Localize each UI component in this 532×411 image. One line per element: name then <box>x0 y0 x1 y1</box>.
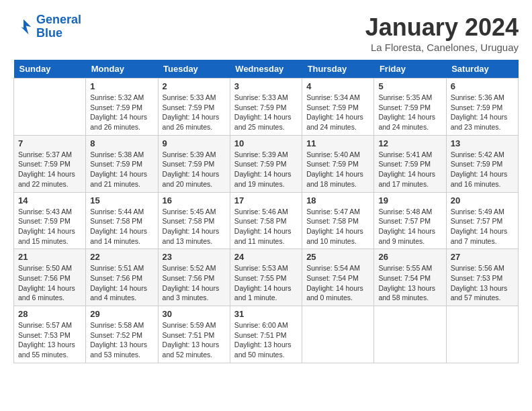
calendar-cell: 25Sunrise: 5:54 AM Sunset: 7:54 PM Dayli… <box>302 249 374 306</box>
day-number: 31 <box>234 309 298 319</box>
day-number: 28 <box>18 309 81 319</box>
calendar-cell: 28Sunrise: 5:57 AM Sunset: 7:53 PM Dayli… <box>14 306 86 363</box>
calendar-cell: 24Sunrise: 5:53 AM Sunset: 7:55 PM Dayli… <box>230 249 302 306</box>
day-number: 13 <box>451 138 514 148</box>
day-number: 30 <box>163 309 226 319</box>
day-info: Sunrise: 5:50 AM Sunset: 7:56 PM Dayligh… <box>18 263 81 303</box>
calendar-cell: 2Sunrise: 5:33 AM Sunset: 7:59 PM Daylig… <box>158 79 230 136</box>
calendar-cell: 31Sunrise: 6:00 AM Sunset: 7:51 PM Dayli… <box>230 306 302 363</box>
calendar-cell: 26Sunrise: 5:55 AM Sunset: 7:54 PM Dayli… <box>374 249 446 306</box>
calendar-week-5: 28Sunrise: 5:57 AM Sunset: 7:53 PM Dayli… <box>14 306 519 363</box>
logo: General Blue <box>13 13 81 40</box>
header-saturday: Saturday <box>446 60 518 79</box>
day-info: Sunrise: 5:40 AM Sunset: 7:59 PM Dayligh… <box>306 150 369 189</box>
day-number: 9 <box>163 138 226 148</box>
header-tuesday: Tuesday <box>158 60 230 79</box>
calendar-cell: 12Sunrise: 5:41 AM Sunset: 7:59 PM Dayli… <box>374 135 446 192</box>
day-number: 24 <box>234 252 298 262</box>
day-number: 8 <box>90 138 153 148</box>
calendar-cell: 3Sunrise: 5:33 AM Sunset: 7:59 PM Daylig… <box>230 79 302 136</box>
day-info: Sunrise: 5:45 AM Sunset: 7:58 PM Dayligh… <box>163 207 226 246</box>
calendar-cell: 17Sunrise: 5:46 AM Sunset: 7:58 PM Dayli… <box>230 192 302 249</box>
calendar-cell: 23Sunrise: 5:52 AM Sunset: 7:56 PM Dayli… <box>158 249 230 306</box>
calendar-cell: 27Sunrise: 5:56 AM Sunset: 7:53 PM Dayli… <box>446 249 518 306</box>
day-info: Sunrise: 5:38 AM Sunset: 7:59 PM Dayligh… <box>90 150 153 189</box>
calendar-cell <box>14 79 86 136</box>
day-info: Sunrise: 5:56 AM Sunset: 7:53 PM Dayligh… <box>451 263 514 303</box>
calendar-cell: 10Sunrise: 5:39 AM Sunset: 7:59 PM Dayli… <box>230 135 302 192</box>
day-info: Sunrise: 5:57 AM Sunset: 7:53 PM Dayligh… <box>18 320 81 360</box>
day-info: Sunrise: 5:59 AM Sunset: 7:51 PM Dayligh… <box>163 320 226 360</box>
day-number: 14 <box>18 195 81 205</box>
day-number: 4 <box>306 81 369 91</box>
day-info: Sunrise: 5:48 AM Sunset: 7:57 PM Dayligh… <box>378 207 441 246</box>
day-info: Sunrise: 5:39 AM Sunset: 7:59 PM Dayligh… <box>163 150 226 189</box>
calendar-cell: 6Sunrise: 5:36 AM Sunset: 7:59 PM Daylig… <box>446 79 518 136</box>
day-number: 26 <box>378 252 441 262</box>
page-header: General Blue January 2024 La Floresta, C… <box>13 13 519 53</box>
calendar-cell: 16Sunrise: 5:45 AM Sunset: 7:58 PM Dayli… <box>158 192 230 249</box>
day-number: 20 <box>451 195 514 205</box>
day-info: Sunrise: 5:32 AM Sunset: 7:59 PM Dayligh… <box>90 93 153 132</box>
calendar-week-1: 1Sunrise: 5:32 AM Sunset: 7:59 PM Daylig… <box>14 79 519 136</box>
day-number: 10 <box>234 138 298 148</box>
day-info: Sunrise: 5:39 AM Sunset: 7:59 PM Dayligh… <box>234 150 298 189</box>
calendar-cell: 15Sunrise: 5:44 AM Sunset: 7:58 PM Dayli… <box>86 192 158 249</box>
day-info: Sunrise: 5:54 AM Sunset: 7:54 PM Dayligh… <box>306 263 369 303</box>
day-number: 16 <box>163 195 226 205</box>
header-friday: Friday <box>374 60 446 79</box>
day-number: 22 <box>90 252 153 262</box>
day-info: Sunrise: 5:47 AM Sunset: 7:58 PM Dayligh… <box>306 207 369 246</box>
calendar-cell <box>374 306 446 363</box>
day-number: 5 <box>378 81 441 91</box>
day-number: 15 <box>90 195 153 205</box>
calendar-table: SundayMondayTuesdayWednesdayThursdayFrid… <box>13 60 519 363</box>
day-info: Sunrise: 5:34 AM Sunset: 7:59 PM Dayligh… <box>306 93 369 132</box>
title-block: January 2024 La Floresta, Canelones, Uru… <box>365 13 519 53</box>
day-info: Sunrise: 5:37 AM Sunset: 7:59 PM Dayligh… <box>18 150 81 189</box>
calendar-week-4: 21Sunrise: 5:50 AM Sunset: 7:56 PM Dayli… <box>14 249 519 306</box>
calendar-cell: 8Sunrise: 5:38 AM Sunset: 7:59 PM Daylig… <box>86 135 158 192</box>
day-number: 11 <box>306 138 369 148</box>
location-subtitle: La Floresta, Canelones, Uruguay <box>365 42 519 53</box>
day-number: 21 <box>18 252 81 262</box>
logo-text: General Blue <box>36 13 81 40</box>
day-info: Sunrise: 6:00 AM Sunset: 7:51 PM Dayligh… <box>234 320 298 360</box>
day-info: Sunrise: 5:41 AM Sunset: 7:59 PM Dayligh… <box>378 150 441 189</box>
day-info: Sunrise: 5:46 AM Sunset: 7:58 PM Dayligh… <box>234 207 298 246</box>
day-number: 3 <box>234 81 298 91</box>
day-number: 17 <box>234 195 298 205</box>
day-number: 27 <box>451 252 514 262</box>
calendar-cell: 30Sunrise: 5:59 AM Sunset: 7:51 PM Dayli… <box>158 306 230 363</box>
day-info: Sunrise: 5:55 AM Sunset: 7:54 PM Dayligh… <box>378 263 441 303</box>
day-info: Sunrise: 5:53 AM Sunset: 7:55 PM Dayligh… <box>234 263 298 303</box>
day-info: Sunrise: 5:52 AM Sunset: 7:56 PM Dayligh… <box>163 263 226 303</box>
calendar-cell: 29Sunrise: 5:58 AM Sunset: 7:52 PM Dayli… <box>86 306 158 363</box>
day-number: 6 <box>451 81 514 91</box>
day-number: 25 <box>306 252 369 262</box>
calendar-cell: 5Sunrise: 5:35 AM Sunset: 7:59 PM Daylig… <box>374 79 446 136</box>
header-sunday: Sunday <box>14 60 86 79</box>
calendar-cell: 11Sunrise: 5:40 AM Sunset: 7:59 PM Dayli… <box>302 135 374 192</box>
calendar-cell: 13Sunrise: 5:42 AM Sunset: 7:59 PM Dayli… <box>446 135 518 192</box>
day-info: Sunrise: 5:43 AM Sunset: 7:59 PM Dayligh… <box>18 207 81 246</box>
calendar-cell: 21Sunrise: 5:50 AM Sunset: 7:56 PM Dayli… <box>14 249 86 306</box>
day-info: Sunrise: 5:44 AM Sunset: 7:58 PM Dayligh… <box>90 207 153 246</box>
day-info: Sunrise: 5:35 AM Sunset: 7:59 PM Dayligh… <box>378 93 441 132</box>
day-info: Sunrise: 5:51 AM Sunset: 7:56 PM Dayligh… <box>90 263 153 303</box>
header-wednesday: Wednesday <box>230 60 302 79</box>
calendar-header-row: SundayMondayTuesdayWednesdayThursdayFrid… <box>14 60 519 79</box>
day-info: Sunrise: 5:42 AM Sunset: 7:59 PM Dayligh… <box>451 150 514 189</box>
calendar-cell: 1Sunrise: 5:32 AM Sunset: 7:59 PM Daylig… <box>86 79 158 136</box>
logo-icon <box>13 17 34 37</box>
day-info: Sunrise: 5:33 AM Sunset: 7:59 PM Dayligh… <box>163 93 226 132</box>
calendar-week-2: 7Sunrise: 5:37 AM Sunset: 7:59 PM Daylig… <box>14 135 519 192</box>
day-info: Sunrise: 5:49 AM Sunset: 7:57 PM Dayligh… <box>451 207 514 246</box>
calendar-cell: 9Sunrise: 5:39 AM Sunset: 7:59 PM Daylig… <box>158 135 230 192</box>
day-number: 19 <box>378 195 441 205</box>
calendar-cell: 20Sunrise: 5:49 AM Sunset: 7:57 PM Dayli… <box>446 192 518 249</box>
month-title: January 2024 <box>365 13 519 42</box>
day-info: Sunrise: 5:58 AM Sunset: 7:52 PM Dayligh… <box>90 320 153 360</box>
calendar-cell: 19Sunrise: 5:48 AM Sunset: 7:57 PM Dayli… <box>374 192 446 249</box>
day-number: 12 <box>378 138 441 148</box>
